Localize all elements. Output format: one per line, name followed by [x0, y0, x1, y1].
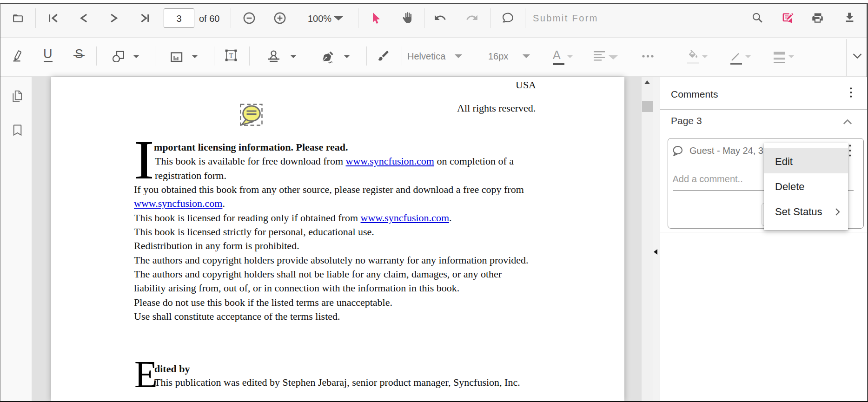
svg-text:T: T — [229, 52, 233, 59]
